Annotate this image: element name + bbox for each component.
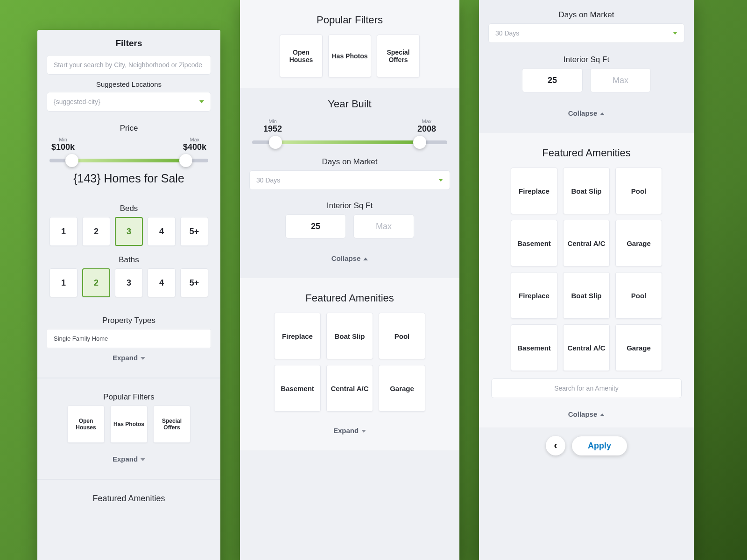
featured-amenities-label: Featured Amenities xyxy=(47,494,211,504)
tile-garage[interactable]: Garage xyxy=(615,324,662,371)
year-section-collapse[interactable]: Collapse xyxy=(249,249,450,268)
tile-boat-slip[interactable]: Boat Slip xyxy=(563,272,610,319)
sqft-min-input[interactable]: 25 xyxy=(522,68,583,92)
chip-4[interactable]: 4 xyxy=(148,268,176,297)
beds-chips: 12345+ xyxy=(47,217,211,246)
suggested-locations-value: {suggested-city} xyxy=(54,98,100,105)
suggested-locations-select[interactable]: {suggested-city} xyxy=(47,92,211,112)
tile-central-a-c[interactable]: Central A/C xyxy=(326,365,373,412)
chip-3[interactable]: 3 xyxy=(115,217,143,246)
tile-pool[interactable]: Pool xyxy=(615,168,662,214)
featured-amenities-label: Featured Amenities xyxy=(488,147,684,159)
sqft-max-input[interactable]: Max xyxy=(353,214,414,238)
tile-pool[interactable]: Pool xyxy=(615,272,662,319)
popular-filters-tiles: Open HousesHas PhotosSpecial Offers xyxy=(249,35,450,77)
results-count: {143} Homes for Sale xyxy=(47,172,211,185)
price-max-value: $400k xyxy=(183,142,206,152)
filters-panel-3: Days on Market 30 Days Interior Sq Ft 25… xyxy=(479,0,694,560)
apply-button[interactable]: Apply xyxy=(572,436,627,455)
back-button[interactable]: ‹ xyxy=(546,436,565,455)
tile-has-photos[interactable]: Has Photos xyxy=(328,35,371,77)
days-on-market-select[interactable]: 30 Days xyxy=(488,23,684,43)
sqft-min-input[interactable]: 25 xyxy=(285,214,346,238)
location-search-input[interactable] xyxy=(47,55,211,75)
year-slider-thumb-max[interactable] xyxy=(413,136,426,149)
chevron-down-icon xyxy=(361,430,366,433)
popular-filters-section: Popular Filters Open HousesHas PhotosSpe… xyxy=(37,378,220,479)
tile-fireplace[interactable]: Fireplace xyxy=(511,272,557,319)
price-slider[interactable] xyxy=(49,159,208,162)
year-built-label: Year Built xyxy=(249,98,450,110)
featured-amenities-label: Featured Amenities xyxy=(249,292,450,304)
days-on-market-select[interactable]: 30 Days xyxy=(249,170,450,190)
chip-1[interactable]: 1 xyxy=(49,268,78,297)
featured-amenities-expand[interactable]: Expand xyxy=(249,421,450,440)
beds-label: Beds xyxy=(47,204,211,213)
tile-open-houses[interactable]: Open Houses xyxy=(280,35,323,77)
market-section-collapse[interactable]: Collapse xyxy=(488,104,684,123)
year-slider-thumb-min[interactable] xyxy=(269,136,282,149)
chip-4[interactable]: 4 xyxy=(148,217,176,246)
chevron-down-icon xyxy=(438,179,443,182)
amenity-search-input[interactable] xyxy=(491,378,682,398)
price-slider-thumb-max[interactable] xyxy=(179,154,192,167)
days-on-market-value: 30 Days xyxy=(495,29,519,37)
tile-central-a-c[interactable]: Central A/C xyxy=(563,220,610,266)
price-slider-thumb-min[interactable] xyxy=(65,154,78,167)
chip-2[interactable]: 2 xyxy=(82,217,110,246)
chevron-left-icon: ‹ xyxy=(554,440,557,452)
tile-basement[interactable]: Basement xyxy=(274,365,321,412)
tile-central-a-c[interactable]: Central A/C xyxy=(563,324,610,371)
tile-garage[interactable]: Garage xyxy=(379,365,425,412)
property-types-expand[interactable]: Expand xyxy=(47,348,211,367)
chip-5+[interactable]: 5+ xyxy=(180,268,208,297)
year-built-section: Year Built Min1952 Max2008 Days on Marke… xyxy=(240,88,459,278)
chip-2[interactable]: 2 xyxy=(82,268,110,297)
featured-amenities-section: Featured Amenities FireplaceBoat SlipPoo… xyxy=(479,133,694,427)
year-max-value: 2008 xyxy=(417,124,436,133)
chevron-up-icon xyxy=(600,112,605,115)
tile-garage[interactable]: Garage xyxy=(615,220,662,266)
tile-basement[interactable]: Basement xyxy=(511,220,557,266)
chevron-up-icon xyxy=(363,258,368,260)
tile-open-houses[interactable]: Open Houses xyxy=(67,406,105,443)
price-section: Price Min$100k Max$400k {143} Homes for … xyxy=(37,116,220,196)
filters-panel-2: Popular Filters Open HousesHas PhotosSpe… xyxy=(240,0,459,560)
chip-3[interactable]: 3 xyxy=(115,268,143,297)
featured-amenities-tiles: FireplaceBoat SlipPoolBasementCentral A/… xyxy=(488,168,684,371)
suggested-locations-label: Suggested Locations xyxy=(47,80,211,88)
days-on-market-label: Days on Market xyxy=(488,10,684,20)
chevron-down-icon xyxy=(199,100,204,103)
chip-1[interactable]: 1 xyxy=(49,217,78,246)
year-min-value: 1952 xyxy=(263,124,282,133)
tile-fireplace[interactable]: Fireplace xyxy=(511,168,557,214)
tile-basement[interactable]: Basement xyxy=(511,324,557,371)
filters-title: Filters xyxy=(47,38,211,49)
beds-section: Beds 12345+ Baths 12345+ xyxy=(37,196,220,308)
baths-label: Baths xyxy=(47,255,211,265)
year-slider[interactable] xyxy=(252,140,447,144)
bottom-action-bar: ‹ Apply xyxy=(479,427,694,468)
chip-5+[interactable]: 5+ xyxy=(180,217,208,246)
chevron-up-icon xyxy=(600,413,605,416)
popular-filters-label: Popular Filters xyxy=(249,14,450,26)
featured-amenities-collapse[interactable]: Collapse xyxy=(488,405,684,424)
price-label: Price xyxy=(47,124,211,133)
tile-boat-slip[interactable]: Boat Slip xyxy=(326,313,373,359)
tile-fireplace[interactable]: Fireplace xyxy=(274,313,321,359)
property-types-label: Property Types xyxy=(47,316,211,325)
tile-pool[interactable]: Pool xyxy=(379,313,425,359)
header-section: Filters Suggested Locations {suggested-c… xyxy=(37,30,220,116)
days-on-market-label: Days on Market xyxy=(249,157,450,167)
days-on-market-value: 30 Days xyxy=(256,176,280,184)
popular-filters-expand[interactable]: Expand xyxy=(47,449,211,469)
tile-special-offers[interactable]: Special Offers xyxy=(377,35,420,77)
baths-chips: 12345+ xyxy=(47,268,211,297)
sqft-max-input[interactable]: Max xyxy=(590,68,651,92)
chevron-down-icon xyxy=(141,357,145,360)
price-min-value: $100k xyxy=(51,142,75,152)
tile-has-photos[interactable]: Has Photos xyxy=(110,406,148,443)
property-type-value[interactable]: Single Family Home xyxy=(47,329,211,348)
tile-boat-slip[interactable]: Boat Slip xyxy=(563,168,610,214)
tile-special-offers[interactable]: Special Offers xyxy=(153,406,190,443)
